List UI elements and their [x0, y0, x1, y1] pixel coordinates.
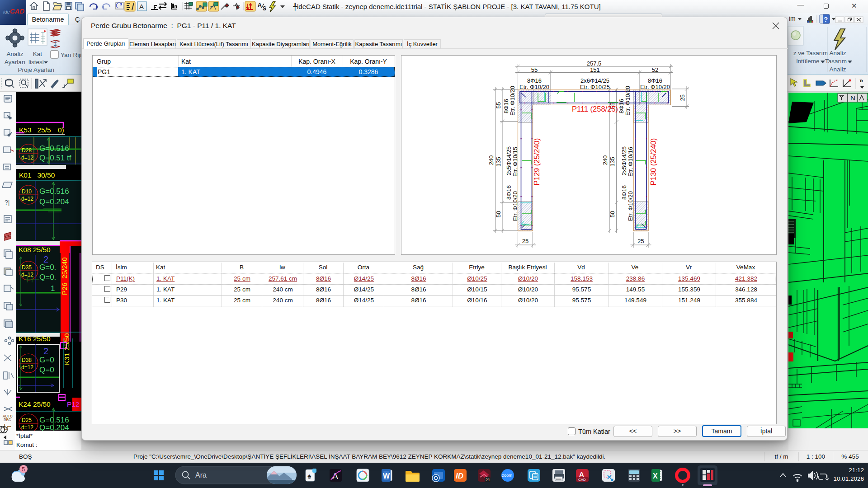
svg-text:D25: D25 [22, 417, 32, 423]
svg-text:K08 25/50: K08 25/50 [19, 246, 51, 253]
svg-text:2: 2 [43, 346, 48, 356]
svg-text:d=12: d=12 [21, 424, 33, 431]
svg-text:8Φ16: 8Φ16 [505, 185, 512, 200]
svg-text:10.01.2026: 10.01.2026 [833, 475, 864, 482]
svg-text:Q=0.: Q=0. [39, 273, 56, 282]
svg-text:Yarı Riji: Yarı Riji [61, 52, 81, 58]
svg-text:Etr. Φ10/20: Etr. Φ10/20 [519, 84, 549, 90]
svg-text:2x5Φ14/25: 2x5Φ14/25 [505, 146, 512, 175]
svg-text:25: 25 [522, 238, 528, 244]
svg-text:135: 135 [609, 157, 616, 167]
svg-text:K01 30/50: K01 30/50 [19, 171, 55, 179]
svg-text:P111 (258/25): P111 (258/25) [572, 105, 618, 113]
svg-text:Etr. Φ10/20: Etr. Φ10/20 [640, 84, 670, 90]
svg-text:G=0: G=0 [39, 356, 54, 364]
svg-text:Ayarları: Ayarları [5, 59, 25, 66]
svg-text:Kat: Kat [33, 51, 42, 57]
svg-text:K53 25/5: K53 25/5 [19, 126, 51, 134]
svg-text:Etr. Φ10/20: Etr. Φ10/20 [509, 86, 516, 116]
svg-text:25: 25 [637, 238, 644, 244]
svg-text:G=0.516: G=0.516 [39, 144, 69, 153]
svg-text:Analiz: Analiz [830, 50, 846, 56]
svg-text:z ve Tasarım: z ve Tasarım [793, 50, 828, 56]
svg-text:240: 240 [488, 155, 495, 165]
svg-text:50: 50 [495, 211, 502, 217]
svg-text:50: 50 [609, 211, 616, 217]
svg-text:Etr. Φ10/16: Etr. Φ10/16 [627, 147, 634, 177]
svg-text:55: 55 [495, 102, 502, 108]
svg-text:8Φ16: 8Φ16 [621, 185, 627, 200]
svg-text:»: » [859, 76, 863, 84]
svg-text:♠: ♠ [307, 472, 311, 480]
svg-text:Proje Ayarları: Proje Ayarları [18, 66, 55, 73]
svg-text:5: 5 [22, 466, 25, 473]
svg-text:K31 25/50: K31 25/50 [63, 333, 71, 365]
svg-text:Analiz: Analiz [830, 66, 846, 73]
svg-text:A: A [139, 3, 144, 10]
svg-text:Q=0.204: Q=0.204 [39, 197, 69, 206]
svg-text:d=12: d=12 [21, 196, 33, 202]
svg-text:D28: D28 [22, 147, 32, 154]
svg-text:Etr. Φ10/25: Etr. Φ10/25 [580, 84, 610, 90]
svg-text:D35: D35 [22, 264, 32, 271]
svg-text:Tasarım: Tasarım [825, 58, 847, 65]
svg-text:Q=0.51 tf: Q=0.51 tf [39, 154, 71, 162]
svg-text:0): 0) [58, 126, 64, 134]
svg-text:55: 55 [531, 66, 538, 73]
svg-text:intüleme: intüleme [796, 58, 819, 65]
svg-text:52: 52 [652, 66, 658, 73]
svg-text:d=12: d=12 [21, 364, 33, 371]
svg-text:P129 (25/240): P129 (25/240) [533, 138, 541, 186]
svg-text:1: 1 [51, 284, 55, 293]
svg-text:K24 25/50: K24 25/50 [19, 400, 51, 408]
svg-text:S: S [263, 5, 266, 12]
svg-text:im: im [789, 15, 796, 22]
svg-text:A: A [579, 470, 584, 478]
svg-text:Etr. Φ10/15: Etr. Φ10/15 [512, 147, 519, 177]
svg-text:listesi: listesi [28, 59, 44, 66]
svg-text:RBC: RBC [4, 418, 11, 422]
svg-text:Q=0: Q=0 [39, 366, 54, 374]
svg-text:Etr. Φ10/20: Etr. Φ10/20 [627, 191, 634, 221]
svg-text:CAD: CAD [578, 478, 586, 482]
svg-text:P26 25/240: P26 25/240 [61, 257, 68, 295]
svg-text:D10: D10 [22, 188, 32, 195]
svg-text:?|: ?| [5, 199, 9, 206]
svg-text:8Φ16: 8Φ16 [503, 99, 509, 113]
svg-text:Ara: Ara [195, 471, 207, 479]
svg-text:8Φ16: 8Φ16 [618, 99, 625, 113]
svg-text:zoom: zoom [502, 473, 512, 478]
svg-text:A: A [258, 2, 262, 8]
svg-text:135: 135 [495, 157, 502, 167]
svg-text:G=0.516: G=0.516 [39, 187, 69, 196]
svg-text:Q=0.204: Q=0.204 [39, 423, 69, 431]
svg-text:8Φ16: 8Φ16 [648, 77, 662, 84]
svg-text:W: W [383, 472, 390, 480]
svg-text:N: N [850, 94, 855, 102]
svg-text:240: 240 [602, 155, 609, 165]
svg-text:P12: P12 [67, 400, 80, 408]
svg-text:P130 (25/240): P130 (25/240) [649, 138, 657, 186]
svg-text:Analiz: Analiz [7, 51, 24, 57]
svg-text:X: X [653, 472, 658, 480]
svg-text:Etr. Φ10/20: Etr. Φ10/20 [512, 191, 519, 221]
svg-text:K16 25/50: K16 25/50 [19, 335, 51, 343]
svg-text:21:12: 21:12 [849, 467, 864, 474]
svg-text:2x5Φ14/25: 2x5Φ14/25 [621, 146, 627, 175]
svg-text:25: 25 [679, 94, 686, 101]
svg-text:Etr. Φ10/20: Etr. Φ10/20 [624, 86, 631, 116]
svg-text:2: 2 [43, 254, 48, 264]
svg-text:2x6Φ14/25: 2x6Φ14/25 [580, 77, 609, 84]
svg-text:?: ? [824, 15, 828, 23]
svg-text:D38: D38 [22, 357, 32, 363]
svg-text:ID: ID [456, 472, 463, 480]
svg-text:151: 151 [590, 66, 600, 73]
svg-text:8Φ16: 8Φ16 [527, 77, 542, 84]
svg-text:21: 21 [486, 478, 490, 482]
svg-text:d=12: d=12 [21, 155, 33, 161]
